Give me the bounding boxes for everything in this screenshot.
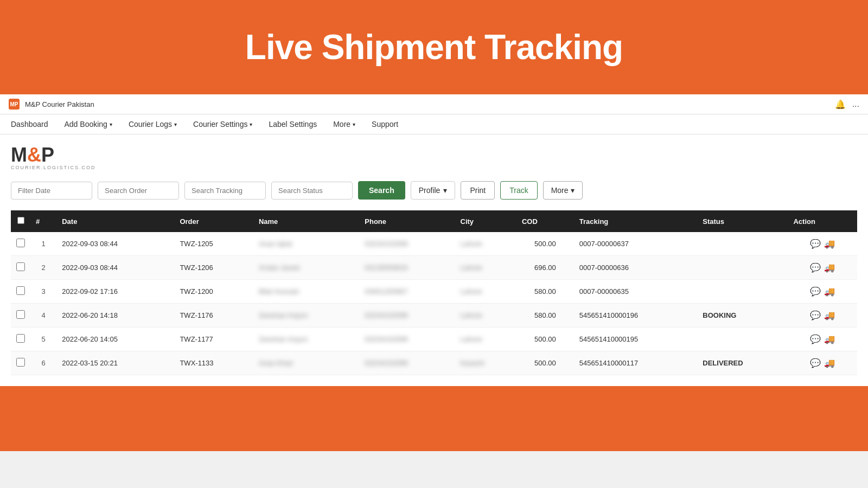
table-row: 52022-06-20 14:05TWZ-1177Zeeshan Anjum03… [11, 328, 857, 351]
row-city: Lahore [455, 256, 516, 280]
row-order: TWZ-1205 [174, 232, 253, 256]
row-status [697, 280, 788, 304]
row-name: Anas Khan [253, 351, 359, 375]
row-phone: 03130050816 [359, 256, 455, 280]
row-date: 2022-03-15 20:21 [56, 351, 174, 375]
row-phone: 03234152099 [359, 304, 455, 328]
row-cod: 580.00 [516, 280, 574, 304]
nav-label-settings[interactable]: Label Settings [269, 120, 317, 129]
nav-add-booking[interactable]: Add Booking ▾ [65, 120, 112, 129]
row-action: 💬🚚 [788, 328, 857, 351]
hero-title: Live Shipment Tracking [11, 27, 857, 67]
chevron-down-icon: ▾ [250, 121, 252, 127]
row-status [697, 328, 788, 351]
row-city: Lahore [455, 304, 516, 328]
nav-dashboard[interactable]: Dashboard [11, 120, 48, 129]
track-action-icon[interactable]: 🚚 [824, 239, 835, 248]
nav-more[interactable]: More ▾ [333, 120, 355, 129]
footer-section [0, 386, 868, 451]
search-status-input[interactable] [271, 182, 353, 200]
row-checkbox[interactable] [16, 239, 25, 247]
header-order: Order [174, 210, 253, 232]
row-city: Lahore [455, 232, 516, 256]
more-browser-icon[interactable]: ... [852, 99, 859, 109]
header-status: Status [697, 210, 788, 232]
hero-banner: Live Shipment Tracking [0, 0, 868, 94]
profile-button[interactable]: Profile ▾ [411, 181, 456, 200]
header-date: Date [56, 210, 174, 232]
whatsapp-icon[interactable]: 💬 [810, 263, 821, 272]
print-button[interactable]: Print [461, 181, 495, 200]
chevron-down-icon: ▾ [353, 121, 355, 127]
row-checkbox[interactable] [16, 262, 25, 271]
row-name: Bilal Hussain [253, 280, 359, 304]
track-button[interactable]: Track [500, 181, 537, 200]
row-city: Lahore [455, 328, 516, 351]
track-action-icon[interactable]: 🚚 [824, 263, 835, 272]
row-date: 2022-09-03 08:44 [56, 256, 174, 280]
nav-support[interactable]: Support [372, 120, 398, 129]
header-phone: Phone [359, 210, 455, 232]
row-phone: 03234152099 [359, 328, 455, 351]
track-action-icon[interactable]: 🚚 [824, 287, 835, 296]
filter-bar: Search Profile ▾ Print Track More ▾ [11, 181, 857, 200]
table-header-row: # Date Order Name Phone City COD Trackin… [11, 210, 857, 232]
more-button[interactable]: More ▾ [543, 181, 583, 200]
row-cod: 500.00 [516, 328, 574, 351]
row-checkbox[interactable] [16, 286, 25, 295]
header-checkbox [11, 210, 30, 232]
browser-logo-icon: MP [9, 99, 20, 110]
track-action-icon[interactable]: 🚚 [824, 358, 835, 368]
whatsapp-icon[interactable]: 💬 [810, 239, 821, 248]
row-status [697, 232, 788, 256]
row-tracking: 0007-00000637 [574, 232, 697, 256]
chevron-down-icon: ▾ [110, 121, 112, 127]
table-row: 22022-09-03 08:44TWZ-1206Arslan Javed031… [11, 256, 857, 280]
whatsapp-icon[interactable]: 💬 [810, 311, 821, 320]
row-checkbox[interactable] [16, 334, 25, 343]
track-action-icon[interactable]: 🚚 [824, 335, 835, 344]
whatsapp-icon[interactable]: 💬 [810, 287, 821, 296]
row-action: 💬🚚 [788, 304, 857, 328]
nav-courier-logs[interactable]: Courier Logs ▾ [129, 120, 177, 129]
shipment-table: # Date Order Name Phone City COD Trackin… [11, 210, 857, 375]
row-checkbox[interactable] [16, 310, 25, 319]
row-order: TWZ-1176 [174, 304, 253, 328]
whatsapp-icon[interactable]: 💬 [810, 335, 821, 344]
row-checkbox[interactable] [16, 358, 25, 367]
row-phone: 03234152099 [359, 232, 455, 256]
header-name: Name [253, 210, 359, 232]
header-action: Action [788, 210, 857, 232]
row-name: Zeeshan Anjum [253, 328, 359, 351]
row-order: TWZ-1200 [174, 280, 253, 304]
select-all-checkbox[interactable] [17, 217, 24, 224]
table-row: 32022-09-02 17:16TWZ-1200Bilal Hussain03… [11, 280, 857, 304]
row-tracking: 545651410000117 [574, 351, 697, 375]
browser-bar: MP M&P Courier Pakistan 🔔 ... [0, 94, 868, 114]
track-action-icon[interactable]: 🚚 [824, 311, 835, 320]
header-cod: COD [516, 210, 574, 232]
row-number: 2 [30, 256, 56, 280]
whatsapp-icon[interactable]: 💬 [810, 358, 821, 368]
header-num: # [30, 210, 56, 232]
search-order-input[interactable] [98, 182, 179, 200]
search-button[interactable]: Search [358, 181, 405, 200]
row-action: 💬🚚 [788, 232, 857, 256]
row-phone: 03234152099 [359, 351, 455, 375]
row-number: 5 [30, 328, 56, 351]
row-action: 💬🚚 [788, 280, 857, 304]
logo-text: M&P [11, 145, 54, 165]
app-content: M&P COURIER.LOGISTICS.COD Search Profile… [0, 134, 868, 386]
row-name: Zeeshan Anjum [253, 304, 359, 328]
row-tracking: 545651410000195 [574, 328, 697, 351]
filter-date-input[interactable] [11, 182, 92, 200]
row-tracking: 0007-00000636 [574, 256, 697, 280]
row-cod: 500.00 [516, 351, 574, 375]
table-row: 12022-09-03 08:44TWZ-1205Anas Iqbal03234… [11, 232, 857, 256]
search-tracking-input[interactable] [184, 182, 266, 200]
table-row: 62022-03-15 20:21TWX-1133Anas Khan032341… [11, 351, 857, 375]
row-order: TWX-1133 [174, 351, 253, 375]
pin-icon[interactable]: 🔔 [835, 99, 846, 110]
row-order: TWZ-1177 [174, 328, 253, 351]
nav-courier-settings[interactable]: Courier Settings ▾ [193, 120, 252, 129]
